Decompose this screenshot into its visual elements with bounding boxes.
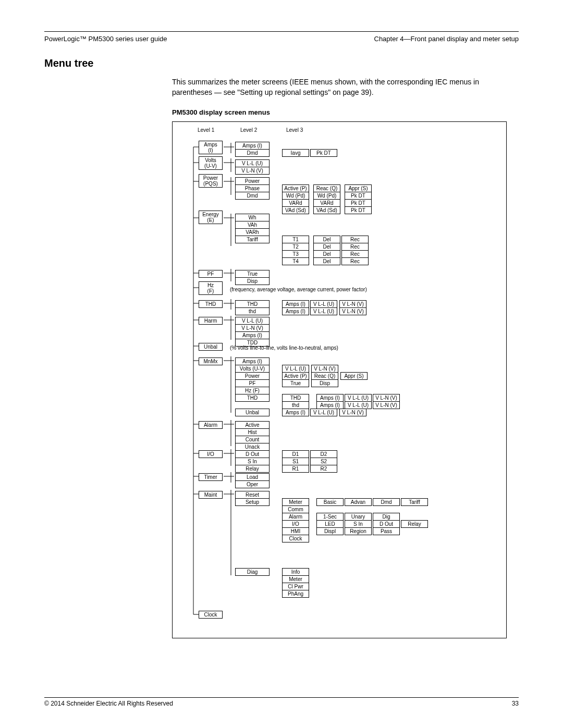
l2-pf-true: True [235, 270, 270, 278]
l3-t2-rec: Rec [341, 243, 369, 251]
l3-mn-vln: V L-N (V) [311, 365, 338, 373]
l3-t4-del: Del [313, 257, 340, 265]
l3-d2: D2 [310, 450, 337, 458]
l3-mn-activep: Active (P) [282, 372, 309, 380]
l3-t1-del: Del [313, 236, 340, 243]
l3-apprs: Appr (S) [345, 184, 372, 192]
l1-pf: PF [199, 270, 223, 278]
l2-mnmx-pf: PF [235, 379, 270, 387]
l1-mnmx: MnMx [199, 357, 223, 365]
l1-io: I/O [199, 450, 223, 458]
l2-maint-diag: Diag [235, 568, 270, 576]
l3-diag-info: Info [282, 568, 309, 576]
l2-amps-dmd: Dmd [235, 149, 270, 157]
l3-setup-meter: Meter [282, 498, 309, 506]
l2-io-relay: Relay [235, 465, 270, 473]
page-number: 33 [512, 700, 519, 707]
l1-power: Power (PQS) [199, 174, 223, 188]
l3-dout: D Out [373, 520, 400, 528]
l1-amps: Amps (I) [199, 141, 223, 154]
intro-text: This summarizes the meter screens (IEEE … [172, 77, 519, 98]
l3-region: Region [345, 527, 372, 535]
section-heading: Menu tree [44, 57, 519, 69]
l3-dig: Dig [373, 513, 400, 521]
l3-t1-rec: Rec [341, 236, 369, 243]
l1-maint: Maint [199, 491, 223, 499]
l3-relay: Relay [401, 520, 428, 528]
l3-s2: S2 [310, 458, 337, 465]
l3-mnthd2-amps: Amps (I) [316, 401, 344, 409]
l1-volts: Volts (U-V) [199, 156, 223, 170]
l3-dmd: Dmd [373, 498, 400, 506]
l3-vadsd-a: VAd (Sd) [282, 206, 309, 214]
l1-hz: Hz (F) [199, 281, 223, 295]
menu-tree-diagram: Level 1 Level 2 Level 3 [172, 121, 507, 638]
l3-led: LED [316, 520, 344, 528]
level3-label: Level 3 [286, 127, 303, 133]
l3-thd-vln: V L-N (V) [339, 300, 366, 308]
l3-setup-clock: Clock [282, 535, 309, 542]
l3-d1: D1 [282, 450, 309, 458]
l2-alarm-unack: Unack [235, 443, 270, 451]
l3-iavg: Iavg [282, 149, 309, 157]
l2-timer-load: Load [235, 473, 270, 481]
l1-energy: Energy (E) [199, 211, 223, 224]
l3-t2: T2 [282, 243, 309, 251]
l1-unbal: Unbal [199, 343, 223, 351]
l3-mnunbal-vll: V L-L (U) [310, 409, 337, 416]
l2-harm-vln: V L-N (V) [235, 324, 270, 332]
level1-label: Level 1 [198, 127, 214, 133]
l3-pass: Pass [373, 527, 400, 535]
l3-setup-alarm: Alarm [282, 513, 309, 521]
l2-energy-varh: VARh [235, 228, 270, 236]
l3-pkdt1: Pk DT [310, 149, 337, 157]
l2-energy-vah: VAh [235, 221, 270, 229]
l2-mnmx-ampsi: Amps (I) [235, 357, 270, 365]
l2-timer-oper: Oper [235, 480, 270, 488]
l2-harm-ampsi: Amps (I) [235, 331, 270, 339]
l1-clock: Clock [199, 611, 223, 619]
l3-pkdt3: Pk DT [345, 199, 372, 207]
l3-t3: T3 [282, 250, 309, 258]
l3-mn-true: True [282, 379, 309, 387]
l3-thd2-vll: V L-L (U) [310, 307, 337, 315]
l2-pf-disp: Disp [235, 277, 270, 285]
l3-mnthd2-vll: V L-L (U) [345, 401, 372, 409]
l3-wdpd-a: Wd (Pd) [282, 192, 309, 200]
l3-mn-apprs: Appr (S) [340, 372, 368, 380]
l3-mnthd-vll: V L-L (U) [345, 394, 372, 402]
l3-reacq: Reac (Q) [313, 184, 340, 192]
l3-t2-del: Del [313, 243, 340, 251]
l3-sin: S In [345, 520, 372, 528]
l3-thd-amps: Amps (I) [282, 300, 309, 308]
l2-power-phase: Phase [235, 184, 270, 192]
l3-t4-rec: Rec [341, 257, 369, 265]
l1-alarm: Alarm [199, 421, 223, 429]
doc-title: PowerLogic™ PM5300 series user guide [44, 35, 167, 43]
l3-vadsd-b: VAd (Sd) [313, 206, 340, 214]
l2-power-dmd: Dmd [235, 192, 270, 200]
l3-diag-clpwr: Cl Pwr [282, 583, 309, 590]
l3-unary: Unary [345, 513, 372, 521]
l3-thd-vll: V L-L (U) [310, 300, 337, 308]
l3-diag-phang: PhAng [282, 590, 309, 598]
level2-label: Level 2 [240, 127, 257, 133]
l1-harm: Harm [199, 317, 223, 325]
l3-tariff: Tariff [401, 498, 428, 506]
l2-alarm-count: Count [235, 436, 270, 443]
l3-s1: S1 [282, 458, 309, 465]
l3-r2: R2 [310, 465, 337, 473]
l3-displ: Displ [316, 527, 344, 535]
l2-mnmx-hzf: Hz (F) [235, 387, 270, 394]
l3-1sec: 1-Sec [316, 513, 344, 521]
l3-mnthd-amps: Amps (I) [316, 394, 344, 402]
l3-diag-meter: Meter [282, 575, 309, 583]
l1-timer: Timer [199, 473, 223, 481]
l3-setup-comm: Comm [282, 505, 309, 513]
chapter-title: Chapter 4—Front panel display and meter … [374, 35, 519, 43]
l3-mnunbal-amps: Amps (I) [282, 409, 309, 416]
l1-thd: THD [199, 300, 223, 308]
l3-t3-rec: Rec [341, 250, 369, 258]
l2-amps-i: Amps (I) [235, 142, 270, 150]
l3-mnthd-thd: THD [282, 394, 309, 402]
